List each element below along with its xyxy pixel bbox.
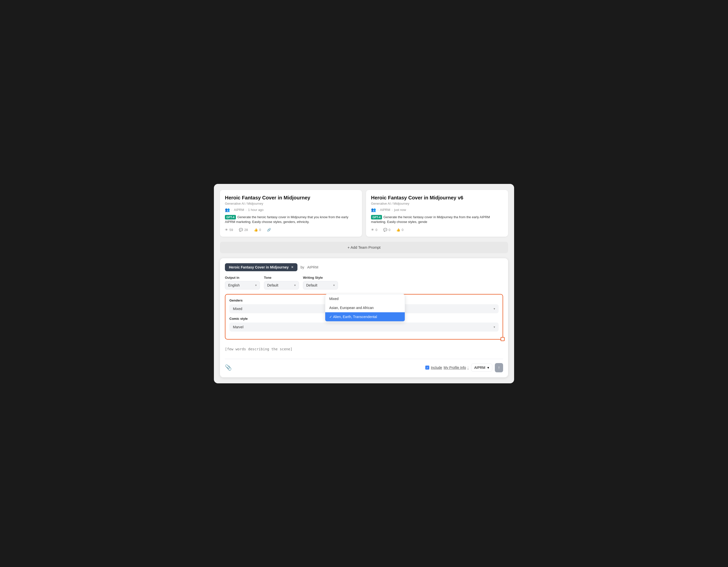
prompt-textarea[interactable]: [225, 344, 503, 359]
comic-style-arrow-icon: ▾: [494, 325, 495, 329]
prompt-card-2: Heroic Fantasy Cover in Midjourney v6 Ge…: [366, 190, 508, 237]
prompt-panel: Heroic Fantasy Cover in Midjourney × by …: [220, 258, 508, 377]
card1-comments-count: 28: [244, 228, 248, 232]
card2-views: 👁 0: [371, 228, 377, 232]
output-select[interactable]: English ▾: [225, 281, 260, 290]
card1-title: Heroic Fantasy Cover in Midjourney: [225, 195, 357, 201]
close-button[interactable]: ×: [291, 265, 293, 269]
output-value: English: [228, 283, 240, 287]
card2-badge: GPT-4: [371, 215, 382, 220]
card2-stats: 👁 0 💬 0 👍 0: [371, 228, 503, 232]
card2-dot2: ·: [392, 208, 393, 212]
output-in-group: Output in English ▾: [225, 276, 260, 290]
profile-colon: :: [468, 366, 469, 370]
card1-dot: ·: [231, 208, 232, 212]
like-icon2: 👍: [396, 228, 400, 232]
card2-title: Heroic Fantasy Cover in Midjourney v6: [371, 195, 503, 201]
tone-arrow-icon: ▾: [294, 283, 296, 287]
dropdowns-row: Output in English ▾ Tone Default ▾ Writi…: [225, 276, 503, 290]
writing-style-select[interactable]: Default ▾: [303, 281, 338, 290]
like-icon: 👍: [254, 228, 258, 232]
writing-style-value: Default: [306, 283, 317, 287]
card1-time: 1 hour ago: [248, 208, 263, 212]
comic-style-value: Marvel: [233, 325, 243, 329]
card2-comments-count: 0: [389, 228, 390, 232]
card2-views-count: 0: [376, 228, 377, 232]
popup-item-mixed[interactable]: Mixed: [325, 294, 405, 303]
card2-likes-count: 0: [402, 228, 403, 232]
writing-style-label: Writing Style: [303, 276, 338, 279]
card1-likes: 👍 0: [254, 228, 261, 232]
card2-author-icon: 👥: [371, 207, 376, 212]
card1-dot2: ·: [246, 208, 247, 212]
add-team-button[interactable]: + Add Team Prompt: [347, 245, 381, 249]
main-container: Heroic Fantasy Cover in Midjourney Gener…: [214, 184, 514, 383]
card1-description: GPT-4Generate the heroic fantasy cover i…: [225, 215, 357, 224]
popup-item-asian[interactable]: Asian, European and African: [325, 303, 405, 312]
cards-row: Heroic Fantasy Cover in Midjourney Gener…: [220, 190, 508, 237]
send-button[interactable]: ↑: [495, 363, 503, 372]
card2-comments: 💬 0: [383, 228, 390, 232]
attach-icon[interactable]: 📎: [225, 364, 232, 371]
comment-icon2: 💬: [383, 228, 387, 232]
include-label: ✓ Include My Profile Info :: [425, 366, 469, 370]
genders-arrow-icon: ▾: [494, 307, 495, 311]
card1-link-icon: 🔗: [267, 228, 271, 232]
card1-category: Generative AI / Midjourney: [225, 202, 357, 205]
my-profile-text: My Profile Info: [444, 366, 466, 370]
writing-style-group: Writing Style Default ▾: [303, 276, 338, 290]
card1-author-icon: 👥: [225, 207, 230, 212]
tone-group: Tone Default ▾: [264, 276, 299, 290]
card1-likes-count: 0: [259, 228, 261, 232]
tone-select[interactable]: Default ▾: [264, 281, 299, 290]
views-icon2: 👁: [371, 228, 374, 232]
card2-category: Generative AI / Midjourney: [371, 202, 503, 205]
card1-badge: GPT-4: [225, 215, 236, 220]
output-arrow-icon: ▾: [255, 283, 257, 287]
variables-wrapper: Genders Mixed ▾ Comic style Marvel ▾: [225, 294, 503, 340]
panel-footer: 📎 ✓ Include My Profile Info : AIPRM ▾ ↑: [225, 360, 503, 372]
card2-time: just now: [394, 208, 406, 212]
prompt-card-1: Heroic Fantasy Cover in Midjourney Gener…: [220, 190, 362, 237]
comment-icon: 💬: [239, 228, 243, 232]
genders-value: Mixed: [233, 307, 242, 311]
footer-right: ✓ Include My Profile Info : AIPRM ▾ ↑: [425, 363, 503, 372]
card2-meta: 👥 · AIPRM · just now: [371, 207, 503, 212]
panel-header: Heroic Fantasy Cover in Midjourney × by …: [225, 263, 503, 271]
popup-item-alien[interactable]: Alien, Earth, Transcendental: [325, 312, 405, 321]
card2-dot: ·: [378, 208, 379, 212]
card2-author: AIPRM: [380, 208, 390, 212]
include-text: Include: [431, 366, 442, 370]
views-icon: 👁: [225, 228, 228, 232]
card2-description: GPT-4Generate the heroic fantasy cover i…: [371, 215, 503, 224]
panel-author: AIPRM: [307, 265, 318, 269]
tone-label: Tone: [264, 276, 299, 279]
card1-comments: 💬 28: [239, 228, 248, 232]
by-label: by: [300, 265, 304, 269]
output-label: Output in: [225, 276, 260, 279]
corner-indicator: [501, 337, 505, 341]
writing-style-arrow-icon: ▾: [333, 283, 335, 287]
genders-dropdown-popup: Mixed Asian, European and African Alien,…: [325, 294, 405, 322]
comic-style-select[interactable]: Marvel ▾: [229, 323, 499, 332]
card1-stats: 👁 59 💬 28 👍 0 🔗: [225, 228, 357, 232]
card1-views-count: 59: [229, 228, 233, 232]
panel-title-badge: Heroic Fantasy Cover in Midjourney ×: [225, 263, 297, 271]
add-team-row[interactable]: + Add Team Prompt: [220, 242, 508, 253]
card1-views: 👁 59: [225, 228, 233, 232]
profile-value: AIPRM: [474, 366, 485, 370]
card1-author: AIPRM: [234, 208, 244, 212]
panel-title: Heroic Fantasy Cover in Midjourney: [229, 265, 289, 269]
include-checkbox[interactable]: ✓: [425, 366, 429, 370]
profile-arrow-icon: ▾: [487, 366, 489, 370]
tone-value: Default: [267, 283, 278, 287]
card2-likes: 👍 0: [396, 228, 403, 232]
profile-dropdown[interactable]: AIPRM ▾: [471, 364, 492, 372]
card1-meta: 👥 · AIPRM · 1 hour ago: [225, 207, 357, 212]
